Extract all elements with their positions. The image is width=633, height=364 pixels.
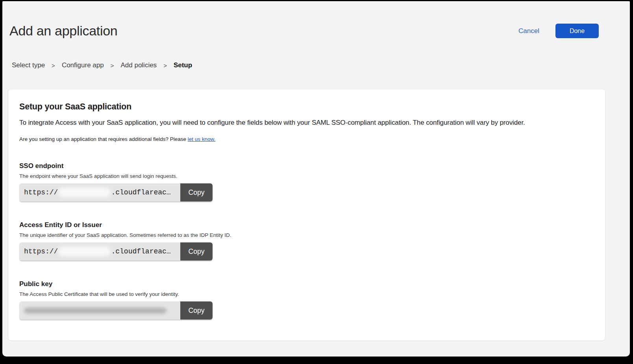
public-key-value[interactable] [19,301,180,320]
field-value-group: Copy [19,301,213,320]
field-sso-endpoint: SSO endpoint The endpoint where your Saa… [19,162,593,201]
field-label: Access Entity ID or Issuer [19,221,593,229]
redacted-value-full [24,308,167,314]
field-description: The unique identifier of your SaaS appli… [19,232,593,238]
field-access-entity-id: Access Entity ID or Issuer The unique id… [19,221,593,261]
header-actions: Cancel Done [518,24,599,38]
let-us-know-link[interactable]: let us know. [188,136,216,142]
setup-card: Setup your SaaS application To integrate… [8,89,605,341]
field-public-key: Public key The Access Public Certificate… [19,280,593,320]
breadcrumb-separator: > [111,62,114,69]
field-label: Public key [19,280,593,288]
app-window: Add an application Cancel Done Select ty… [2,1,630,357]
page-header: Add an application Cancel Done [2,1,630,39]
field-value-group: https:// .cloudflareac… Copy [19,242,213,261]
field-label: SSO endpoint [19,162,593,170]
copy-button[interactable]: Copy [180,183,213,201]
field-value-group: https:// .cloudflareac… Copy [19,183,213,201]
copy-button[interactable]: Copy [180,242,213,261]
field-description: The endpoint where your SaaS application… [19,173,593,179]
value-prefix: https:// [24,248,58,255]
note-text: Are you setting up an application that r… [19,136,593,142]
breadcrumb: Select type > Configure app > Add polici… [12,61,630,69]
breadcrumb-separator: > [163,62,167,69]
field-description: The Access Public Certificate that will … [19,291,593,297]
value-suffix: .cloudflareac… [111,188,170,196]
card-heading: Setup your SaaS application [19,102,593,112]
page-title: Add an application [9,23,117,39]
breadcrumb-separator: > [52,62,55,69]
cancel-button[interactable]: Cancel [518,27,539,35]
copy-button[interactable]: Copy [180,301,213,320]
value-suffix: .cloudflareac… [111,248,170,255]
sso-endpoint-value[interactable]: https:// .cloudflareac… [19,183,180,201]
redacted-value-segment [58,188,111,197]
access-entity-id-value[interactable]: https:// .cloudflareac… [19,242,180,261]
breadcrumb-item-select-type[interactable]: Select type [12,61,45,69]
redacted-value-segment [58,247,111,256]
breadcrumb-item-configure-app[interactable]: Configure app [62,61,104,69]
breadcrumb-item-add-policies[interactable]: Add policies [120,61,157,69]
value-prefix: https:// [24,188,58,196]
intro-text: To integrate Access with your SaaS appli… [19,119,593,127]
breadcrumb-item-setup-current: Setup [174,61,192,69]
done-button[interactable]: Done [555,24,599,38]
note-prefix: Are you setting up an application that r… [19,136,188,142]
